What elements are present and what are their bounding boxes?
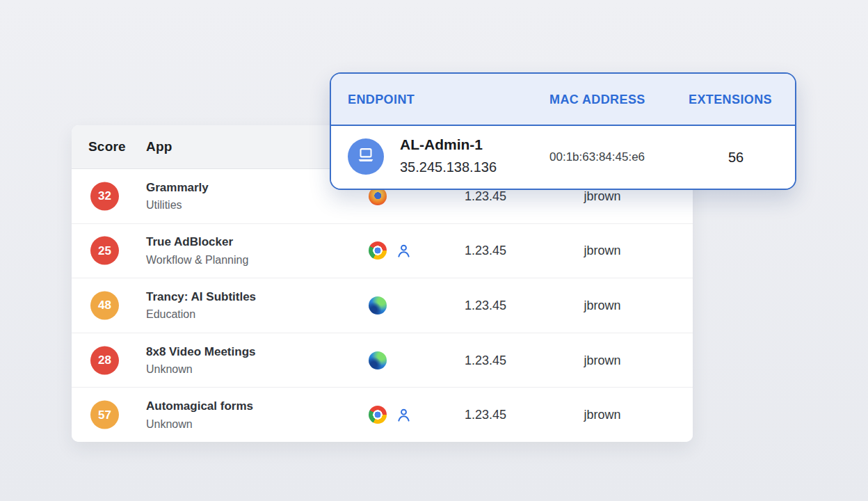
app-name: Automagical forms bbox=[146, 397, 253, 415]
score-badge: 32 bbox=[90, 182, 119, 210]
app-category: Unknown bbox=[146, 361, 255, 377]
app-name-cell: True AdBlocker Workflow & Planning bbox=[146, 234, 248, 269]
endpoint-extensions-count: 56 bbox=[689, 150, 783, 166]
version-cell: 1.23.45 bbox=[440, 353, 531, 367]
browser-icons-cell bbox=[369, 296, 387, 315]
user-cell: jbrown bbox=[558, 408, 646, 422]
browser-icons-cell bbox=[369, 241, 412, 260]
user-icon bbox=[396, 407, 412, 423]
endpoint-name-cell: AL-Admin-1 35.245.138.136 bbox=[400, 134, 497, 177]
laptop-icon bbox=[355, 145, 376, 168]
endpoint-card-header: ENDPOINT MAC ADDRESS EXTENSIONS bbox=[331, 74, 795, 126]
browser-icons-cell bbox=[369, 351, 387, 369]
score-badge: 28 bbox=[90, 346, 119, 374]
score-badge: 25 bbox=[90, 237, 119, 265]
version-cell: 1.23.45 bbox=[440, 408, 531, 422]
version-cell: 1.23.45 bbox=[440, 189, 531, 203]
endpoint-card: ENDPOINT MAC ADDRESS EXTENSIONS AL-Admin… bbox=[330, 72, 796, 190]
table-row[interactable]: 25 True AdBlocker Workflow & Planning 1.… bbox=[72, 223, 693, 278]
version-cell: 1.23.45 bbox=[440, 298, 531, 312]
user-cell: jbrown bbox=[558, 244, 646, 258]
score-badge: 48 bbox=[90, 291, 119, 319]
app-name: True AdBlocker bbox=[146, 234, 248, 252]
table-row[interactable]: 28 8x8 Video Meetings Unknown 1.23.45 jb… bbox=[72, 333, 693, 388]
user-cell: jbrown bbox=[558, 298, 646, 312]
endpoint-name: AL-Admin-1 bbox=[400, 134, 497, 157]
app-name: 8x8 Video Meetings bbox=[146, 343, 255, 361]
column-header-extensions: EXTENSIONS bbox=[689, 92, 772, 106]
app-name: Trancy: AI Subtitles bbox=[146, 288, 256, 306]
chrome-icon bbox=[369, 406, 387, 424]
table-row[interactable]: 48 Trancy: AI Subtitles Education 1.23.4… bbox=[72, 278, 693, 333]
score-badge: 57 bbox=[90, 401, 119, 429]
edge-icon bbox=[369, 351, 387, 369]
endpoint-ip: 35.245.138.136 bbox=[400, 157, 497, 177]
app-name-cell: Grammarly Utilities bbox=[146, 179, 209, 214]
user-icon bbox=[396, 243, 412, 259]
page-background: Score App 32 Grammarly Utilities 1.23.45… bbox=[0, 0, 868, 501]
version-cell: 1.23.45 bbox=[440, 244, 531, 258]
app-name: Grammarly bbox=[146, 179, 209, 197]
endpoint-mac-address: 00:1b:63:84:45:e6 bbox=[549, 150, 645, 164]
endpoint-avatar bbox=[348, 138, 384, 175]
app-category: Workflow & Planning bbox=[146, 252, 248, 268]
browser-icons-cell bbox=[369, 406, 412, 424]
endpoint-row[interactable]: AL-Admin-1 35.245.138.136 00:1b:63:84:45… bbox=[331, 126, 795, 189]
user-cell: jbrown bbox=[558, 353, 646, 367]
app-name-cell: Automagical forms Unknown bbox=[146, 397, 253, 432]
app-category: Unknown bbox=[146, 416, 253, 432]
app-category: Utilities bbox=[146, 197, 209, 213]
column-header-endpoint: ENDPOINT bbox=[348, 92, 415, 106]
chrome-icon bbox=[369, 241, 387, 260]
column-header-app: App bbox=[146, 139, 172, 154]
app-name-cell: Trancy: AI Subtitles Education bbox=[146, 288, 256, 323]
app-category: Education bbox=[146, 307, 256, 323]
column-header-score: Score bbox=[88, 139, 126, 154]
edge-icon bbox=[369, 296, 387, 315]
app-name-cell: 8x8 Video Meetings Unknown bbox=[146, 343, 255, 378]
user-cell: jbrown bbox=[558, 189, 646, 203]
table-row[interactable]: 57 Automagical forms Unknown 1.23.45 jbr… bbox=[72, 387, 693, 442]
column-header-mac-address: MAC ADDRESS bbox=[549, 92, 645, 106]
